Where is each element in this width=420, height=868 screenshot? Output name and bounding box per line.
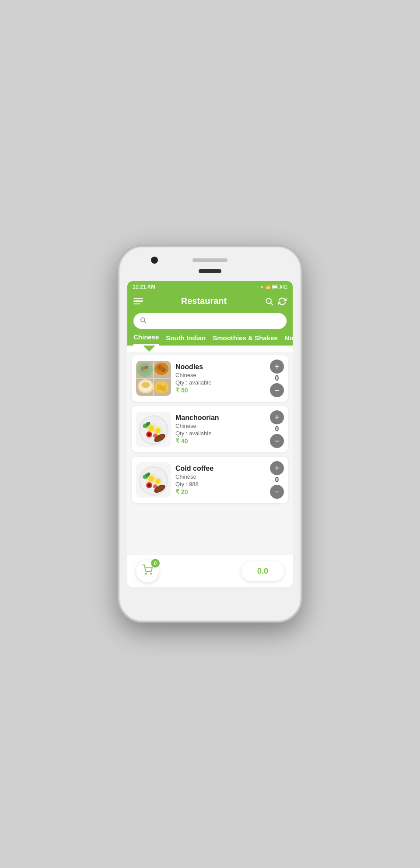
wifi-icon: 📶 [265,285,270,289]
add-noodles-button[interactable]: + [270,360,284,374]
svg-point-16 [141,382,150,388]
food-controls-noodles: + 0 − [270,360,284,397]
svg-point-24 [148,425,154,431]
food-price-noodles: ₹ 50 [175,387,266,394]
header-icons [265,297,287,306]
dots-icon: ··· [255,285,258,289]
food-info-noodles: Noodles Chinese Qty : available ₹ 50 [175,363,266,394]
food-info-cold-coffee: Cold coffee Chinese Qty : 988 ₹ 20 [175,465,266,495]
tab-chinese[interactable]: Chinese [133,333,159,346]
svg-point-46 [148,484,150,487]
tab-north-indian[interactable]: No... [285,333,293,346]
category-tabs: Chinese South Indian Smoothies & Shakes … [127,329,293,346]
volume-down-button [118,372,119,394]
cart-icon [142,565,153,578]
food-name-cold-coffee: Cold coffee [175,465,266,473]
add-cold-coffee-button[interactable]: + [270,461,284,475]
remove-manchoorian-button[interactable]: − [270,434,284,448]
add-manchoorian-button[interactable]: + [270,410,284,424]
qty-count-noodles: 0 [272,374,282,382]
phone-screen: 11:21 AM ··· ✕ 📶 62 Restaurant [127,281,293,587]
svg-point-39 [148,476,154,482]
svg-line-1 [271,303,273,305]
speaker-grille [192,258,228,262]
camera [151,257,158,264]
food-controls-manchoorian: + 0 − [270,410,284,448]
food-qty-manchoorian: Qty : available [175,430,266,437]
svg-point-50 [146,573,147,574]
tab-smoothies[interactable]: Smoothies & Shakes [213,333,277,346]
food-category-cold-coffee: Chinese [175,473,266,480]
menu-line-1 [133,298,143,299]
power-button [301,335,302,361]
food-name-manchoorian: Manchoorian [175,414,266,422]
menu-line-3 [133,303,140,305]
bottom-bar: 0 0.0 [127,555,293,587]
status-bar: 11:21 AM ··· ✕ 📶 62 [127,281,293,293]
battery-percent: 62 [283,285,287,289]
food-info-manchoorian: Manchoorian Chinese Qty : available ₹ 40 [175,414,266,445]
food-image-cold-coffee [136,462,171,498]
earpiece [199,269,221,273]
food-image-manchoorian [136,412,171,447]
cart-button[interactable]: 0 [136,560,159,582]
svg-point-13 [158,366,165,371]
menu-line-2 [133,300,143,302]
food-card-manchoorian: Manchoorian Chinese Qty : available ₹ 40… [132,406,288,452]
food-controls-cold-coffee: + 0 − [270,461,284,499]
food-price-manchoorian: ₹ 40 [175,438,266,445]
header-title: Restaurant [181,296,227,306]
refresh-button[interactable] [278,297,287,306]
content-area: Noodles Chinese Qty : available ₹ 50 + 0… [127,352,293,555]
svg-point-26 [155,428,161,433]
search-input[interactable] [150,318,280,325]
search-container [127,310,293,329]
search-header-button[interactable] [265,297,273,306]
status-icons: ··· ✕ 📶 62 [255,285,287,289]
phone-frame: 11:21 AM ··· ✕ 📶 62 Restaurant [118,246,302,622]
search-icon [140,317,147,325]
svg-point-17 [154,381,168,393]
signal-icon: ✕ [260,285,263,289]
tab-indicator-triangle [143,346,155,352]
svg-point-9 [140,366,149,373]
remove-noodles-button[interactable]: − [270,383,284,397]
search-box [133,313,287,329]
qty-count-cold-coffee: 0 [272,476,282,484]
silent-switch [118,317,119,335]
food-name-noodles: Noodles [175,363,266,371]
total-display: 0.0 [242,561,284,581]
food-category-noodles: Chinese [175,372,266,378]
svg-line-3 [144,321,146,323]
food-image-noodles [136,361,171,396]
svg-point-51 [150,573,151,574]
food-qty-noodles: Qty : available [175,379,266,386]
food-card-noodles: Noodles Chinese Qty : available ₹ 50 + 0… [132,355,288,402]
svg-point-41 [155,479,161,484]
remove-cold-coffee-button[interactable]: − [270,485,284,499]
food-price-cold-coffee: ₹ 20 [175,488,266,495]
menu-icon[interactable] [133,298,143,305]
svg-point-31 [148,433,150,436]
status-time: 11:21 AM [133,284,155,290]
volume-up-button [118,343,119,365]
food-qty-cold-coffee: Qty : 988 [175,481,266,487]
cart-badge: 0 [151,559,160,568]
battery-icon [272,285,281,289]
qty-count-manchoorian: 0 [272,425,282,433]
tab-indicator-area [127,346,293,352]
tab-south-indian[interactable]: South Indian [166,333,206,346]
app-header: Restaurant [127,293,293,310]
food-category-manchoorian: Chinese [175,423,266,429]
food-card-cold-coffee: Cold coffee Chinese Qty : 988 ₹ 20 + 0 − [132,457,288,503]
